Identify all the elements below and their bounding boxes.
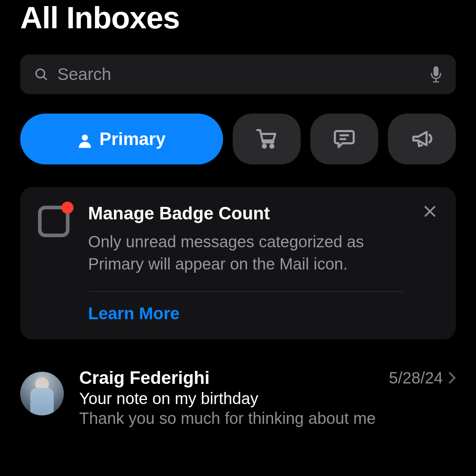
close-icon (423, 204, 437, 220)
svg-line-1 (44, 77, 47, 80)
info-card-title: Manage Badge Count (88, 203, 403, 223)
category-primary-label: Primary (99, 129, 166, 149)
badge-count-icon (38, 203, 70, 323)
category-primary-tab[interactable]: Primary (20, 114, 223, 164)
search-input[interactable] (57, 65, 421, 84)
svg-point-7 (270, 144, 273, 147)
category-shopping-tab[interactable] (233, 114, 301, 164)
message-date: 5/28/24 (389, 369, 443, 387)
microphone-icon[interactable] (430, 66, 442, 82)
search-icon (34, 67, 48, 82)
page-title: All Inboxes (20, 0, 456, 35)
svg-rect-2 (434, 66, 439, 76)
svg-point-0 (36, 69, 44, 78)
cart-icon (255, 127, 278, 151)
megaphone-icon (411, 127, 433, 151)
message-row[interactable]: Craig Federighi 5/28/24 Your note on my … (20, 368, 456, 428)
category-tabs: Primary (20, 114, 456, 164)
person-icon (78, 132, 92, 146)
category-promotions-tab[interactable] (388, 114, 456, 164)
message-subject: Your note on my birthday (79, 390, 456, 408)
message-preview: Thank you so much for thinking about me (79, 409, 456, 428)
info-card-description: Only unread messages categorized as Prim… (88, 231, 403, 275)
category-social-tab[interactable] (310, 114, 378, 164)
divider (88, 291, 403, 292)
learn-more-link[interactable]: Learn More (88, 304, 403, 323)
chevron-right-icon (449, 372, 456, 384)
search-bar[interactable] (20, 55, 456, 94)
svg-point-6 (263, 144, 265, 147)
chat-icon (333, 127, 356, 151)
svg-point-5 (82, 135, 88, 141)
svg-line-11 (419, 145, 422, 146)
badge-info-card: Manage Badge Count Only unread messages … (20, 187, 456, 339)
close-button[interactable] (422, 204, 438, 220)
avatar (20, 372, 64, 415)
message-sender: Craig Federighi (79, 368, 383, 388)
